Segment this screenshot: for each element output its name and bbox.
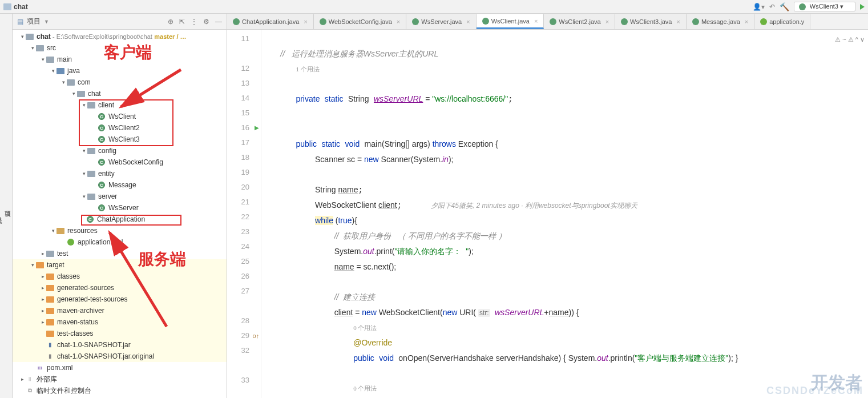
tree-row[interactable]: ▸generated-test-sources: [13, 294, 227, 305]
expand-icon[interactable]: ⇱: [179, 18, 185, 26]
close-icon[interactable]: ×: [466, 18, 470, 25]
code-token: void: [345, 139, 360, 148]
build-icon[interactable]: 🔨: [780, 2, 789, 11]
tree-row[interactable]: ▾config: [13, 145, 227, 156]
tree-row[interactable]: ▸classes: [13, 271, 227, 282]
user-icon[interactable]: 👤▾: [753, 3, 765, 11]
tree-row[interactable]: CChatApplication: [13, 214, 227, 225]
tree-row[interactable]: ⧉临时文件和控制台: [13, 385, 227, 396]
panel-title[interactable]: 项目: [27, 17, 41, 26]
tree-row[interactable]: ▸generated-sources: [13, 282, 227, 294]
close-icon[interactable]: ×: [676, 18, 680, 25]
project-tree[interactable]: ▾ chat - E:\SoftwareExploit\springboot\c…: [13, 30, 227, 398]
code-token: = sc.next();: [354, 262, 397, 271]
code-token: client: [378, 200, 397, 210]
code-token: // 获取用户身份 （ 不同用户的名字不能一样 ）: [334, 231, 506, 240]
tab-applicationyml[interactable]: application.y: [754, 14, 810, 29]
tree-row[interactable]: CWsClient: [13, 111, 227, 122]
close-icon[interactable]: ×: [534, 18, 538, 25]
collapse-icon[interactable]: ⋮: [191, 18, 197, 26]
tree-row[interactable]: ▾java: [13, 65, 227, 77]
tree-row[interactable]: application.yml: [13, 236, 227, 248]
code-token: {: [563, 353, 568, 363]
gear-icon[interactable]: ⚙: [203, 18, 209, 26]
tree-label: resources: [67, 225, 98, 236]
code-token: // 建立连接: [334, 292, 376, 301]
tree-row[interactable]: ▸maven-archiver: [13, 305, 227, 316]
class-icon: [320, 18, 326, 25]
tree-row[interactable]: test-classes: [13, 328, 227, 339]
tree-label: com: [78, 77, 91, 88]
back-icon[interactable]: ↶: [769, 3, 775, 11]
tab-wsclient[interactable]: WsClient.java×: [477, 14, 544, 29]
code-token: out: [597, 353, 608, 363]
tab-wsclient3[interactable]: WsClient3.java×: [615, 14, 687, 29]
tree-row[interactable]: ▮chat-1.0-SNAPSHOT.jar: [13, 339, 227, 351]
tree-row[interactable]: ▾resources: [13, 225, 227, 236]
code-token: String: [348, 94, 369, 103]
override-gutter-icon[interactable]: o↑: [252, 328, 259, 343]
tree-row[interactable]: ▾server: [13, 191, 227, 202]
tab-wsclient2[interactable]: WsClient2.java×: [544, 14, 615, 29]
tree-row[interactable]: ▮chat-1.0-SNAPSHOT.jar.original: [13, 351, 227, 362]
hide-icon[interactable]: —: [215, 18, 222, 26]
tree-row[interactable]: ▾com: [13, 77, 227, 88]
tree-row[interactable]: ▾main: [13, 54, 227, 65]
tree-row[interactable]: ▸⫴外部库: [13, 373, 227, 385]
tab-wsserver[interactable]: WsServer.java×: [406, 14, 476, 29]
tree-row[interactable]: CMessage: [13, 179, 227, 191]
tree-row[interactable]: ▸test: [13, 248, 227, 259]
code-token: +: [544, 308, 548, 317]
commit-tool-button[interactable]: 提交: [0, 25, 3, 398]
code-token: URI(: [457, 308, 478, 317]
tree-row[interactable]: ▾entity: [13, 168, 227, 179]
editor-tabs: ChatApplication.java× WebSocketConfig.ja…: [227, 14, 868, 30]
tree-row[interactable]: ▾src: [13, 42, 227, 54]
run-icon[interactable]: [860, 4, 865, 10]
usage-hint: 0 个用法: [353, 385, 377, 392]
usage-hint: 0 个用法: [353, 324, 377, 331]
code-text[interactable]: // 运行处理消息服务器WsServer主机的URL 1 个用法 private…: [261, 30, 868, 398]
run-config-select[interactable]: WsClient3 ▾: [794, 2, 855, 11]
code-area[interactable]: 11 1213141516▶1718192021222324252627 282…: [227, 30, 868, 398]
tree-label: ChatApplication: [97, 214, 145, 225]
tree-row[interactable]: CWebSocketConfig: [13, 156, 227, 168]
chevron-down-icon[interactable]: ▼: [44, 19, 49, 25]
tree-label: chat-1.0-SNAPSHOT.jar: [57, 339, 131, 351]
tree-label: maven-status: [57, 316, 98, 328]
tree-row[interactable]: mpom.xml: [13, 362, 227, 373]
code-token: in: [442, 155, 449, 164]
run-gutter-icon[interactable]: ▶: [255, 120, 259, 135]
tab-message[interactable]: Message.java×: [687, 14, 754, 29]
close-icon[interactable]: ×: [605, 18, 609, 25]
tree-label: maven-archiver: [57, 305, 104, 316]
code-token: wsServerURL: [495, 308, 544, 317]
tree-label: classes: [57, 271, 80, 282]
code-token: public: [353, 353, 374, 363]
inspection-widget[interactable]: ⚠ ~ ⚠ ^ ∨: [835, 32, 865, 47]
code-token: private: [296, 94, 320, 103]
locate-icon[interactable]: ⊕: [168, 18, 173, 26]
close-icon[interactable]: ×: [397, 18, 400, 25]
code-token: while: [315, 216, 333, 225]
project-tool-button[interactable]: 项目: [3, 25, 12, 387]
code-token: ); }: [728, 353, 738, 363]
tree-row[interactable]: CWsServer: [13, 202, 227, 214]
param-hint: str:: [478, 309, 490, 317]
tree-row[interactable]: ▸maven-status: [13, 316, 227, 328]
tree-row[interactable]: ▾client: [13, 99, 227, 111]
tree-root[interactable]: ▾ chat - E:\SoftwareExploit\springboot\c…: [13, 31, 227, 42]
tree-row[interactable]: CWsClient2: [13, 122, 227, 134]
tab-websocketconfig[interactable]: WebSocketConfig.java×: [314, 14, 407, 29]
tab-chatapplication[interactable]: ChatApplication.java×: [227, 14, 314, 29]
top-toolbar: chat 👤▾ ↶ 🔨 WsClient3 ▾: [0, 0, 868, 14]
tree-row[interactable]: ▾chat: [13, 88, 227, 99]
tree-row[interactable]: CWsClient3: [13, 134, 227, 145]
breadcrumb[interactable]: chat: [3, 3, 28, 11]
close-icon[interactable]: ×: [304, 18, 307, 25]
close-icon[interactable]: ×: [745, 18, 748, 25]
tree-label: client: [98, 99, 114, 111]
gutter: 11 1213141516▶1718192021222324252627 282…: [227, 30, 261, 398]
tree-row[interactable]: ▾target: [13, 259, 227, 271]
tree-label: target: [47, 259, 64, 271]
